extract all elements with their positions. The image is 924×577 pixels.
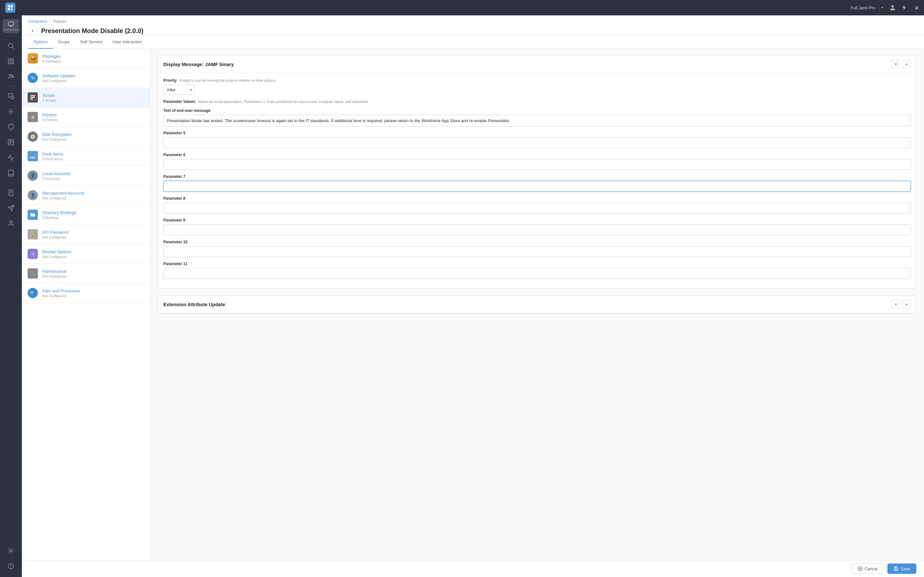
cancel-button[interactable]: Cancel xyxy=(851,564,884,574)
mgmt-text: Management Accounts Not Configured xyxy=(42,191,145,200)
restart-icon: ↺ xyxy=(27,249,38,259)
left-panel-item-management-accounts[interactable]: 👤 Management Accounts Not Configured xyxy=(22,185,150,205)
sidebar-item-selfservice[interactable] xyxy=(3,185,19,200)
icon-sidebar: Computers xyxy=(0,15,22,577)
jamf-binary-close-btn[interactable]: × xyxy=(892,60,900,68)
ext-attr-header: Extension Attribute Update × + xyxy=(158,295,916,313)
sidebar-item-search[interactable] xyxy=(3,39,19,53)
sidebar-item-config[interactable] xyxy=(3,105,19,119)
jamf-binary-body: Priority Priority to use for running the… xyxy=(158,73,916,288)
svg-rect-25 xyxy=(31,95,35,96)
tab-scope[interactable]: Scope xyxy=(53,35,75,49)
files-icon-wrap: 🔍 xyxy=(27,287,39,299)
sidebar-item-settings[interactable] xyxy=(3,544,19,558)
ext-attr-section: Extension Attribute Update × + xyxy=(158,295,916,314)
param7-input[interactable] xyxy=(163,181,911,192)
svg-rect-4 xyxy=(11,59,13,61)
printers-icon: 🖨 xyxy=(27,112,38,122)
app-logo[interactable] xyxy=(5,3,15,13)
left-panel-item-files-and-processes[interactable]: 🔍 Files and Processes Not Configured xyxy=(22,284,150,303)
svg-rect-27 xyxy=(31,99,33,100)
left-panel: 📦 Packages 0 Packages ↻ Software Updates… xyxy=(22,49,150,560)
left-panel-item-scripts[interactable]: Scripts 3 Scripts › xyxy=(22,88,150,107)
tab-options[interactable]: Options xyxy=(28,35,53,49)
sidebar-item-deploy[interactable] xyxy=(3,201,19,215)
local-accounts-icon-wrap: 👤 xyxy=(27,170,39,181)
param10-label: Parameter 10 xyxy=(163,240,911,244)
jamf-binary-section: Display Message: JAMF binary × + Priorit… xyxy=(158,55,916,289)
save-button[interactable]: Save xyxy=(887,564,916,574)
sidebar-item-profiles[interactable] xyxy=(3,135,19,149)
printers-text: Printers 0 Printers xyxy=(42,113,145,122)
bottom-bar: Cancel Save xyxy=(22,560,924,577)
save-label: Save xyxy=(901,566,910,571)
disk-name: Disk Encryption xyxy=(42,132,145,137)
end-user-msg-input[interactable] xyxy=(163,115,911,126)
end-user-msg-row: Text of end-user message xyxy=(163,108,911,126)
disk-icon: 💿 xyxy=(27,131,38,142)
breadcrumb-separator: : xyxy=(50,19,51,24)
top-bar-left xyxy=(5,3,15,13)
jamf-binary-add-btn[interactable]: + xyxy=(903,60,911,68)
mgmt-name: Management Accounts xyxy=(42,191,145,195)
maint-sub: Not Configured xyxy=(42,274,145,278)
param10-input[interactable] xyxy=(163,246,911,257)
left-panel-item-efi-password[interactable]: 🔒 EFI Password Not Configured xyxy=(22,225,150,244)
param6-row: Parameter 6 xyxy=(163,153,911,170)
left-panel-item-packages[interactable]: 📦 Packages 0 Packages xyxy=(22,49,150,68)
left-panel-item-disk-encryption[interactable]: 💿 Disk Encryption Not Configured xyxy=(22,127,150,147)
body-split: 📦 Packages 0 Packages ↻ Software Updates… xyxy=(22,49,924,560)
sidebar-item-computers[interactable]: Computers xyxy=(3,19,19,33)
jamf-binary-header: Display Message: JAMF binary × + xyxy=(158,55,916,73)
param11-input[interactable] xyxy=(163,268,911,279)
ext-attr-add-btn[interactable]: + xyxy=(903,300,911,308)
svg-rect-29 xyxy=(32,157,33,158)
main-layout: Computers xyxy=(0,15,924,577)
sidebar-item-logout[interactable] xyxy=(3,559,19,573)
sidebar-item-reports[interactable] xyxy=(3,151,19,165)
top-bar-right: Full Jamf Pro xyxy=(851,5,919,11)
packages-name: Packages xyxy=(42,54,145,59)
left-panel-item-directory-bindings[interactable]: Directory Bindings 0 Bindings xyxy=(22,205,150,225)
gear-icon[interactable] xyxy=(913,5,919,11)
files-name: Files and Processes xyxy=(42,288,145,293)
left-panel-item-local-accounts[interactable]: 👤 Local Accounts 0 Accounts xyxy=(22,166,150,185)
local-accounts-icon: 👤 xyxy=(27,171,38,181)
sidebar-item-users[interactable] xyxy=(3,216,19,230)
sidebar-item-dashboard[interactable] xyxy=(3,54,19,68)
printers-sub: 0 Printers xyxy=(42,118,145,122)
left-panel-item-maintenance[interactable]: 🔧 Maintenance Not Configured xyxy=(22,264,150,284)
dir-name: Directory Bindings xyxy=(42,210,145,215)
param5-row: Parameter 5 xyxy=(163,131,911,148)
sidebar-item-policies[interactable] xyxy=(3,89,19,103)
breadcrumb-computers[interactable]: Computers xyxy=(28,19,47,24)
top-bar: Full Jamf Pro xyxy=(0,0,924,15)
left-panel-item-dock-items[interactable]: Dock Items 0 Dock Items xyxy=(22,147,150,166)
left-panel-item-restart-options[interactable]: ↺ Restart Options Not Configured xyxy=(22,244,150,264)
chevron-down-icon[interactable] xyxy=(880,6,884,10)
back-button[interactable] xyxy=(28,26,37,35)
param8-input[interactable] xyxy=(163,203,911,213)
priority-select[interactable]: Before After At Reboot xyxy=(163,85,195,95)
svg-rect-3 xyxy=(8,59,10,61)
lightning-icon[interactable] xyxy=(901,5,907,11)
param6-input[interactable] xyxy=(163,159,911,170)
tab-user-interaction[interactable]: User Interaction xyxy=(107,35,147,49)
tab-self-service[interactable]: Self Service xyxy=(75,35,107,49)
sidebar-item-restrictions[interactable] xyxy=(3,120,19,134)
scripts-icon xyxy=(27,92,38,103)
user-icon[interactable] xyxy=(889,5,896,11)
param9-input[interactable] xyxy=(163,224,911,235)
right-panel: Display Message: JAMF binary × + Priorit… xyxy=(150,49,924,560)
left-panel-item-software-updates[interactable]: ↻ Software Updates Not Configured xyxy=(22,68,150,88)
scripts-icon-wrap xyxy=(27,92,39,103)
left-panel-item-printers[interactable]: 🖨 Printers 0 Printers xyxy=(22,107,150,127)
org-name[interactable]: Full Jamf Pro xyxy=(851,5,875,10)
sidebar-item-groups[interactable] xyxy=(3,69,19,84)
ext-attr-close-btn[interactable]: × xyxy=(892,300,900,308)
svg-rect-9 xyxy=(11,97,13,99)
sidebar-item-books[interactable] xyxy=(3,166,19,180)
ext-attr-title: Extension Attribute Update xyxy=(163,301,225,307)
param5-input[interactable] xyxy=(163,137,911,148)
svg-point-10 xyxy=(10,111,12,113)
